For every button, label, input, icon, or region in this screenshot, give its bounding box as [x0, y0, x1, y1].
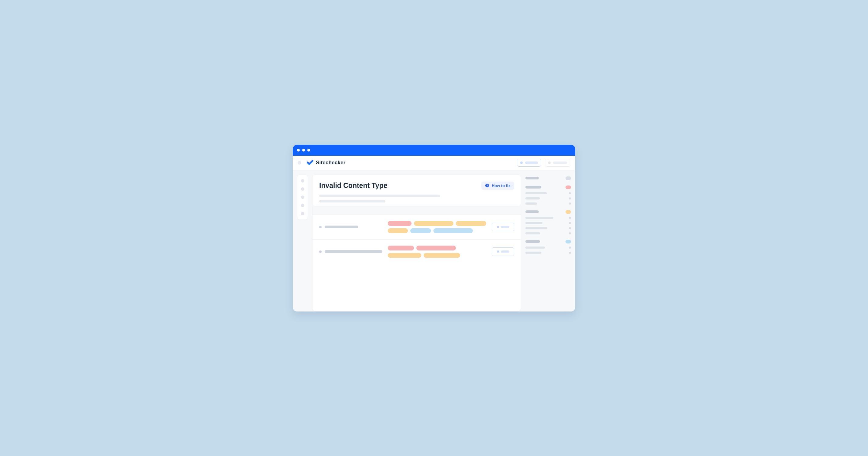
- tag-pill: [388, 221, 411, 226]
- summary-group-head[interactable]: [525, 176, 571, 180]
- menu-toggle[interactable]: [298, 161, 301, 165]
- help-icon: ?: [485, 183, 489, 188]
- list-row[interactable]: [312, 239, 521, 264]
- left-nav-rail: [297, 174, 308, 220]
- issue-list: [312, 206, 521, 312]
- issue-card: Invalid Content Type ? How to fix: [312, 174, 521, 206]
- window-control-close[interactable]: [297, 149, 300, 152]
- summary-item[interactable]: [525, 192, 571, 194]
- app-window: Sitechecker Invalid Content Type: [293, 145, 575, 312]
- window-control-maximize[interactable]: [307, 149, 310, 152]
- row-action-button[interactable]: [492, 223, 514, 231]
- placeholder-line: [319, 200, 385, 202]
- issue-description: [319, 195, 514, 202]
- brand-logo[interactable]: Sitechecker: [307, 159, 346, 166]
- tag-pill: [456, 221, 486, 226]
- how-to-fix-button[interactable]: ? How to fix: [482, 182, 514, 190]
- summary-item[interactable]: [525, 232, 571, 234]
- list-row[interactable]: [312, 215, 521, 239]
- body-area: Invalid Content Type ? How to fix: [293, 170, 575, 312]
- status-badge: [565, 210, 571, 214]
- summary-group: [525, 176, 571, 180]
- tag-pill: [410, 228, 431, 233]
- checkmark-logo-icon: [307, 159, 313, 166]
- nav-item[interactable]: [301, 204, 304, 207]
- nav-item[interactable]: [301, 212, 304, 215]
- summary-group: [525, 210, 571, 234]
- nav-item[interactable]: [301, 179, 304, 183]
- summary-group-head[interactable]: [525, 186, 571, 189]
- row-tags: [388, 221, 487, 233]
- main-column: Invalid Content Type ? How to fix: [312, 174, 521, 312]
- page-title: Invalid Content Type: [319, 182, 478, 190]
- status-badge: [565, 240, 571, 243]
- tag-pill: [388, 253, 421, 258]
- row-tags: [388, 246, 487, 258]
- how-to-fix-label: How to fix: [492, 183, 510, 188]
- tag-pill: [424, 253, 460, 258]
- tag-pill: [414, 221, 454, 226]
- window-titlebar: [293, 145, 575, 156]
- summary-group: [525, 186, 571, 205]
- row-action-button[interactable]: [492, 248, 514, 256]
- row-url: [319, 226, 383, 228]
- row-url: [319, 250, 383, 253]
- summary-item[interactable]: [525, 252, 571, 254]
- summary-item[interactable]: [525, 247, 571, 249]
- summary-sidebar: [525, 174, 571, 254]
- summary-group-head[interactable]: [525, 210, 571, 214]
- topbar-primary-button[interactable]: [517, 159, 541, 167]
- window-control-minimize[interactable]: [302, 149, 305, 152]
- topbar-secondary-button[interactable]: [545, 159, 570, 167]
- placeholder-line: [319, 195, 440, 197]
- list-header-spacer: [312, 206, 521, 215]
- summary-item[interactable]: [525, 222, 571, 224]
- summary-item[interactable]: [525, 227, 571, 229]
- nav-item[interactable]: [301, 196, 304, 199]
- summary-item[interactable]: [525, 197, 571, 199]
- tag-pill: [388, 246, 414, 251]
- svg-text:?: ?: [486, 184, 488, 187]
- status-badge: [565, 186, 571, 189]
- tag-pill: [388, 228, 408, 233]
- summary-item[interactable]: [525, 202, 571, 205]
- summary-item[interactable]: [525, 217, 571, 219]
- summary-group: [525, 240, 571, 254]
- status-badge: [565, 176, 571, 180]
- brand-name: Sitechecker: [316, 160, 346, 166]
- topbar: Sitechecker: [293, 156, 575, 170]
- summary-group-head[interactable]: [525, 240, 571, 243]
- tag-pill: [433, 228, 473, 233]
- tag-pill: [416, 246, 456, 251]
- nav-item[interactable]: [301, 187, 304, 191]
